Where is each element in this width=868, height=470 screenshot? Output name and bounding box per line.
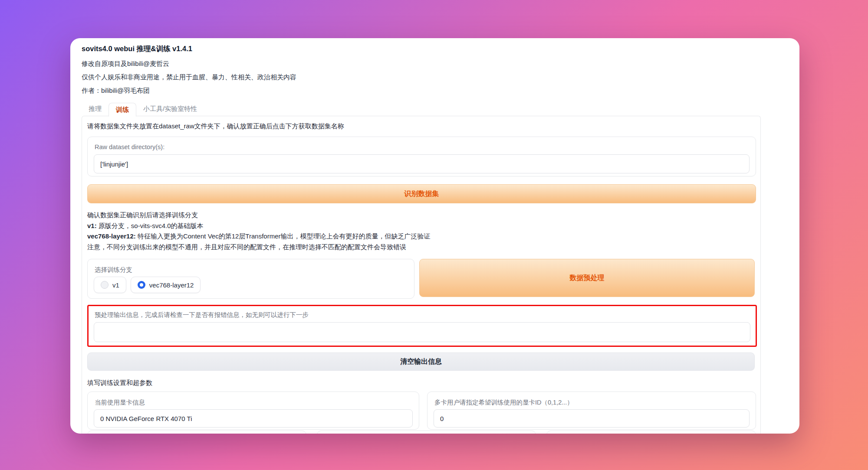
clear-output-button[interactable]: 清空输出信息 [87,352,755,371]
gpu-id-input[interactable] [434,409,750,428]
branch-notes-line1: 确认数据集正确识别后请选择训练分支 [87,210,430,221]
branch-notes-line4: 注意，不同分支训练出来的模型不通用，并且对应不同的配置文件，在推理时选择不匹配的… [87,242,430,253]
app-background: sovits4.0 webui 推理&训练 v1.4.1 修改自原项目及bili… [0,0,868,470]
branch-option-v1-label: v1 [112,281,119,289]
page-title: sovits4.0 webui 推理&训练 v1.4.1 [82,44,192,54]
preprocess-output-group: 预处理输出信息，完成后请检查一下是否有报错信息，如无则可以进行下一步 [87,305,757,347]
radio-unselected-icon [101,281,108,289]
disclaimer-line: 仅供个人娱乐和非商业用途，禁止用于血腥、暴力、性相关、政治相关内容 [82,73,296,82]
branch-option-vec768-label: vec768-layer12 [149,281,194,289]
tab-training[interactable]: 训练 [108,103,136,117]
training-tab-panel: 请将数据集文件夹放置在dataset_raw文件夹下，确认放置正确后点击下方获取… [82,116,761,434]
preprocess-output-label: 预处理输出信息，完成后请检查一下是否有报错信息，如无则可以进行下一步 [95,311,309,319]
gpu-info-input[interactable] [94,409,413,428]
branch-option-vec768[interactable]: vec768-layer12 [131,277,201,293]
cutoff-field-box [317,431,536,434]
clear-output-button-label: 清空输出信息 [400,357,442,366]
webui-card: sovits4.0 webui 推理&训练 v1.4.1 修改自原项目及bili… [70,38,799,434]
branch-notes: 确认数据集正确识别后请选择训练分支 v1: 原版分支，so-vits-svc4.… [87,210,430,252]
branch-notes-line2: v1: 原版分支，so-vits-svc4.0的基础版本 [87,221,430,232]
credit-line: 修改自原项目及bilibili@麦哲云 [82,60,169,68]
gpu-id-group: 多卡用户请指定希望训练使用的显卡ID（0,1,2...） [427,392,756,430]
branch-radio-group: v1 vec768-layer12 [94,277,201,293]
raw-dataset-group: Raw dataset directory(s): [87,137,756,176]
dataset-instructions: 请将数据集文件夹放置在dataset_raw文件夹下，确认放置正确后点击下方获取… [87,122,344,131]
cutoff-field-box [87,431,306,434]
radio-selected-icon [138,281,145,289]
preprocess-button-label: 数据预处理 [570,274,605,283]
cutoff-field-box [546,431,756,434]
raw-dataset-input[interactable] [94,154,750,173]
branch-notes-line3: vec768-layer12: 特征输入更换为Content Vec的第12层T… [87,231,430,242]
gpu-id-label: 多卡用户请指定希望训练使用的显卡ID（0,1,2...） [434,398,573,407]
preprocess-button[interactable]: 数据预处理 [419,259,755,297]
gpu-info-label: 当前使用显卡信息 [95,398,145,407]
tab-inference[interactable]: 推理 [82,102,108,116]
tab-tools[interactable]: 小工具/实验室特性 [136,102,204,116]
branch-option-v1[interactable]: v1 [94,277,126,293]
identify-dataset-button[interactable]: 识别数据集 [87,184,756,203]
tab-bar: 推理 训练 小工具/实验室特性 [82,102,204,116]
identify-dataset-button-label: 识别数据集 [404,189,439,199]
preprocess-output-textarea[interactable] [94,322,750,342]
hyperparams-heading: 填写训练设置和超参数 [87,379,152,387]
branch-select-label: 选择训练分支 [95,266,132,274]
gpu-info-group: 当前使用显卡信息 [87,392,419,430]
branch-select-group: 选择训练分支 v1 vec768-layer12 [87,259,414,299]
raw-dataset-label: Raw dataset directory(s): [95,144,164,150]
author-line: 作者：bilibili@羽毛布团 [82,87,150,95]
